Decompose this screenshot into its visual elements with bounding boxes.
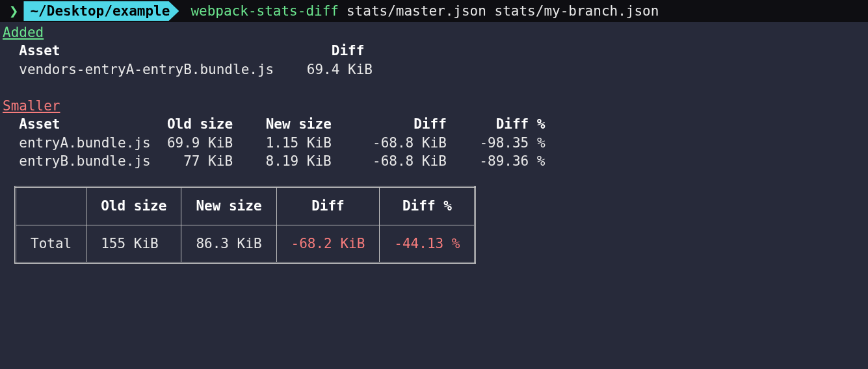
- section-header-added: Added: [3, 23, 868, 42]
- total-table: Old size New size Diff Diff % Total 155 …: [14, 186, 476, 264]
- col-pct: Diff %: [496, 116, 546, 132]
- total-diff: -68.2 KiB: [276, 225, 380, 262]
- col-new: New size: [266, 116, 332, 132]
- smaller-header-row: Asset Old size New size Diff Diff %: [3, 115, 868, 133]
- col-asset: Asset: [19, 116, 60, 132]
- added-asset: vendors-entryA-entryB.bundle.js: [19, 62, 274, 77]
- total-old: 155 KiB: [86, 225, 181, 262]
- total-header-new: New size: [181, 187, 276, 225]
- smaller-diff-1: -68.8 KiB: [373, 153, 447, 169]
- smaller-old-0: 69.9 KiB: [167, 135, 233, 151]
- smaller-new-1: 8.19 KiB: [266, 153, 332, 169]
- terminal-prompt-line: ❯ ~/Desktop/example webpack-stats-diff s…: [0, 0, 868, 22]
- total-header-row: Old size New size Diff Diff %: [16, 187, 475, 225]
- total-header-old: Old size: [86, 187, 181, 225]
- prompt-arrow-icon: ❯: [0, 1, 23, 21]
- smaller-row: entryA.bundle.js 69.9 KiB 1.15 KiB -68.8…: [3, 134, 868, 152]
- smaller-old-1: 77 KiB: [183, 153, 233, 169]
- prompt-args[interactable]: stats/master.json stats/my-branch.json: [339, 2, 659, 20]
- col-old: Old size: [167, 116, 233, 132]
- smaller-asset-1: entryB.bundle.js: [19, 153, 150, 169]
- col-header-asset: [3, 43, 19, 58]
- total-new: 86.3 KiB: [181, 225, 276, 262]
- col-header-asset-text: Asset: [19, 43, 60, 58]
- col-diff: Diff: [414, 116, 447, 132]
- smaller-new-0: 1.15 KiB: [266, 135, 332, 151]
- added-row: vendors-entryA-entryB.bundle.js 69.4 KiB: [3, 60, 868, 79]
- total-label: Total: [16, 225, 86, 262]
- smaller-asset-0: entryA.bundle.js: [19, 135, 150, 151]
- added-header-row: Asset Diff: [3, 42, 868, 60]
- added-diff: 69.4 KiB: [307, 62, 373, 77]
- smaller-pct-1: -89.36 %: [479, 153, 545, 169]
- total-data-row: Total 155 KiB 86.3 KiB -68.2 KiB -44.13 …: [16, 225, 475, 262]
- total-header-blank: [16, 187, 86, 225]
- smaller-pct-0: -98.35 %: [479, 135, 545, 151]
- total-header-diff: Diff: [276, 187, 380, 225]
- prompt-cwd: ~/Desktop/example: [23, 1, 179, 21]
- total-pct: -44.13 %: [380, 225, 475, 262]
- total-header-pct: Diff %: [380, 187, 475, 225]
- smaller-diff-0: -68.8 KiB: [373, 135, 447, 151]
- prompt-command[interactable]: webpack-stats-diff: [179, 2, 339, 20]
- col-header-diff-text: Diff: [332, 43, 365, 58]
- smaller-row: entryB.bundle.js 77 KiB 8.19 KiB -68.8 K…: [3, 152, 868, 170]
- section-header-smaller: Smaller: [3, 97, 868, 115]
- terminal-output: Added Asset Diff vendors-entryA-entryB.b…: [0, 22, 868, 264]
